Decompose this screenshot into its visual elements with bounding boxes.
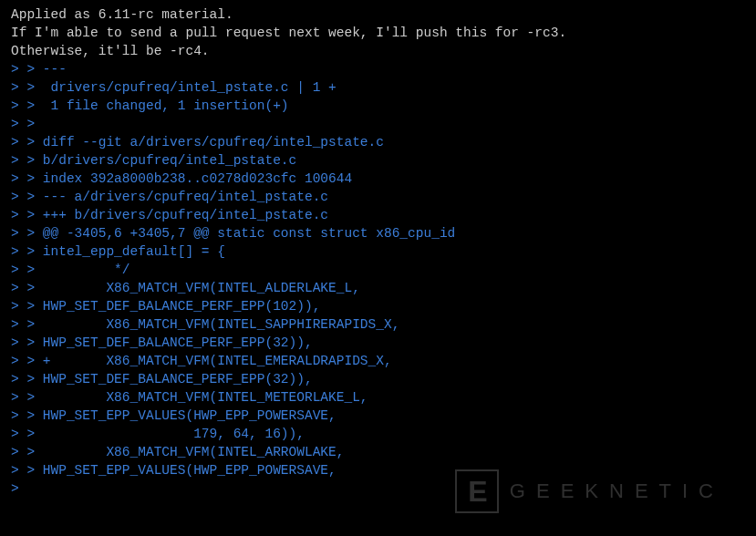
- quoted-diff-line: > > X86_MATCH_VFM(INTEL_METEORLAKE_L,: [11, 388, 745, 407]
- quoted-diff-line: > > HWP_SET_EPP_VALUES(HWP_EPP_POWERSAVE…: [11, 461, 745, 479]
- quoted-diff-line: > > + X86_MATCH_VFM(INTEL_EMERALDRAPIDS_…: [11, 352, 745, 370]
- quoted-diff-line: > > intel_epp_default[] = {: [11, 242, 745, 261]
- message-line: If I'm able to send a pull request next …: [11, 24, 745, 42]
- quoted-diff-line: > >: [11, 115, 745, 133]
- quoted-diff-line: > > index 392a8000b238..c0278d023cfc 100…: [11, 170, 745, 188]
- quoted-diff-line: > > X86_MATCH_VFM(INTEL_ARROWLAKE,: [11, 443, 745, 461]
- quoted-diff-line: > > 179, 64, 16)),: [11, 425, 745, 443]
- quoted-diff-line: > > X86_MATCH_VFM(INTEL_ALDERLAKE_L,: [11, 279, 745, 297]
- message-line: Otherwise, it'll be -rc4.: [11, 42, 745, 60]
- quoted-diff-line: > > */: [11, 261, 745, 279]
- quoted-diff-line: > > HWP_SET_DEF_BALANCE_PERF_EPP(32)),: [11, 334, 745, 352]
- quoted-diff-line: > > X86_MATCH_VFM(INTEL_SAPPHIRERAPIDS_X…: [11, 315, 745, 334]
- quoted-diff-line: > > +++ b/drivers/cpufreq/intel_pstate.c: [11, 206, 745, 224]
- email-body: Applied as 6.11-rc material. If I'm able…: [11, 5, 745, 498]
- quoted-diff-line: > > --- a/drivers/cpufreq/intel_pstate.c: [11, 188, 745, 206]
- quoted-diff-line: > > b/drivers/cpufreq/intel_pstate.c: [11, 151, 745, 170]
- quoted-diff-line: > > ---: [11, 60, 745, 78]
- quoted-diff-line: > > 1 file changed, 1 insertion(+): [11, 97, 745, 115]
- quoted-diff-line: > > diff --git a/drivers/cpufreq/intel_p…: [11, 133, 745, 151]
- quoted-diff-line: > > HWP_SET_DEF_BALANCE_PERF_EPP(32)),: [11, 370, 745, 388]
- quoted-diff-line: > > drivers/cpufreq/intel_pstate.c | 1 +: [11, 78, 745, 97]
- message-line: Applied as 6.11-rc material.: [11, 5, 745, 24]
- quoted-diff-line: > > HWP_SET_DEF_BALANCE_PERF_EPP(102)),: [11, 297, 745, 315]
- quoted-diff-line: > > HWP_SET_EPP_VALUES(HWP_EPP_POWERSAVE…: [11, 407, 745, 425]
- quoted-diff-line: >: [11, 479, 745, 498]
- quoted-diff-line: > > @@ -3405,6 +3405,7 @@ static const s…: [11, 224, 745, 242]
